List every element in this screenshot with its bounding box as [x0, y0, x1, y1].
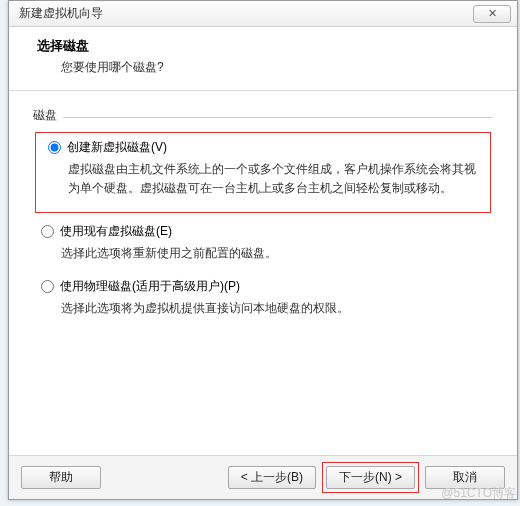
option-physical-disk[interactable]: 使用物理磁盘(适用于高级用户)(P)	[41, 278, 493, 295]
option-existing-disk[interactable]: 使用现有虚拟磁盘(E)	[41, 223, 493, 240]
option-physical-desc: 选择此选项将为虚拟机提供直接访问本地硬盘的权限。	[61, 299, 491, 318]
cancel-button[interactable]: 取消	[425, 466, 505, 489]
disk-groupbox: 磁盘 创建新虚拟磁盘(V) 虚拟磁盘由主机文件系统上的一个或多个文件组成，客户机…	[33, 107, 493, 318]
wizard-footer: 帮助 < 上一步(B) 下一步(N) > 取消	[9, 455, 517, 499]
radio-create-disk[interactable]	[48, 141, 61, 154]
highlight-next-button: 下一步(N) >	[322, 462, 419, 493]
option-create-disk[interactable]: 创建新虚拟磁盘(V)	[48, 139, 486, 156]
groupbox-divider	[63, 117, 493, 118]
option-create-desc: 虚拟磁盘由主机文件系统上的一个或多个文件组成，客户机操作系统会将其视为单个硬盘。…	[68, 160, 486, 198]
next-button[interactable]: 下一步(N) >	[326, 466, 415, 489]
option-existing-desc: 选择此选项将重新使用之前配置的磁盘。	[61, 244, 491, 263]
header-title: 选择磁盘	[37, 37, 497, 55]
header-subtitle: 您要使用哪个磁盘?	[61, 59, 497, 76]
window-title: 新建虚拟机向导	[19, 5, 103, 22]
option-physical-label: 使用物理磁盘(适用于高级用户)(P)	[60, 278, 240, 295]
help-button[interactable]: 帮助	[21, 466, 101, 489]
option-existing-label: 使用现有虚拟磁盘(E)	[60, 223, 172, 240]
wizard-window: 新建虚拟机向导 ✕ 选择磁盘 您要使用哪个磁盘? 磁盘 创建新虚拟磁盘(V) 虚…	[8, 0, 518, 500]
radio-existing-disk[interactable]	[41, 225, 54, 238]
highlight-selected-option: 创建新虚拟磁盘(V) 虚拟磁盘由主机文件系统上的一个或多个文件组成，客户机操作系…	[35, 132, 491, 213]
groupbox-label: 磁盘	[33, 107, 493, 124]
titlebar: 新建虚拟机向导 ✕	[9, 1, 517, 27]
option-create-label: 创建新虚拟磁盘(V)	[67, 139, 167, 156]
close-button[interactable]: ✕	[473, 5, 511, 23]
wizard-header: 选择磁盘 您要使用哪个磁盘?	[9, 27, 517, 91]
wizard-content: 磁盘 创建新虚拟磁盘(V) 虚拟磁盘由主机文件系统上的一个或多个文件组成，客户机…	[9, 91, 517, 465]
radio-physical-disk[interactable]	[41, 280, 54, 293]
back-button[interactable]: < 上一步(B)	[228, 466, 316, 489]
close-icon: ✕	[488, 8, 497, 19]
